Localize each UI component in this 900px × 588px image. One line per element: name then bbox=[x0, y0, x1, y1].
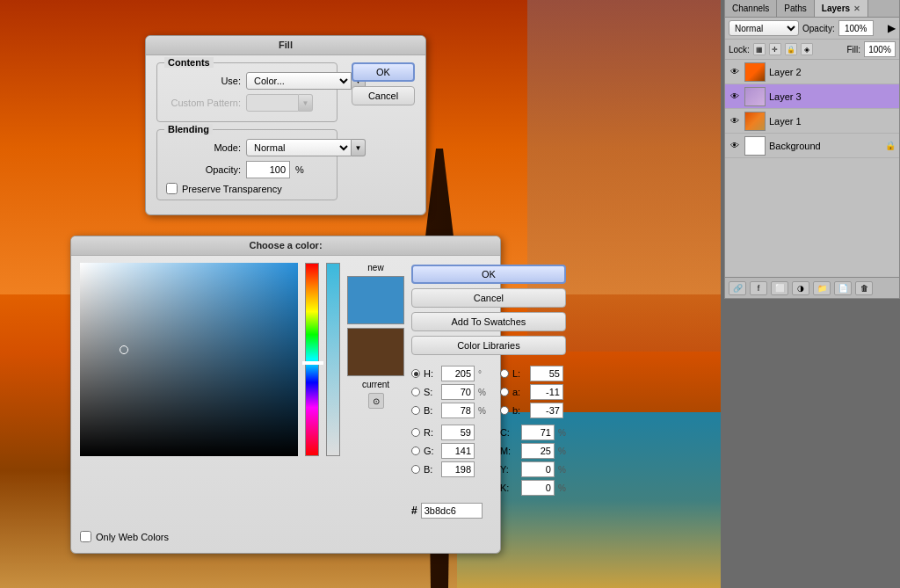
a-input[interactable] bbox=[530, 384, 563, 400]
m-row: M: % bbox=[500, 443, 566, 459]
hue-slider[interactable] bbox=[305, 263, 319, 456]
c-unit: % bbox=[558, 428, 566, 438]
group-button[interactable]: 📁 bbox=[813, 281, 831, 295]
r-radio[interactable] bbox=[411, 428, 420, 437]
hex-input[interactable] bbox=[421, 503, 483, 519]
alpha-slider[interactable] bbox=[326, 263, 340, 456]
layer-item-1[interactable]: 👁 Layer 1 bbox=[725, 109, 899, 134]
b-unit: % bbox=[478, 406, 486, 416]
visibility-icon[interactable]: 👁 bbox=[729, 140, 741, 152]
fill-dialog-buttons: OK Cancel bbox=[352, 62, 415, 105]
blend-mode-select[interactable]: Normal bbox=[729, 20, 799, 36]
hue-row: H: ° bbox=[411, 366, 486, 381]
b2-row: b: bbox=[500, 403, 566, 418]
h-label: H: bbox=[424, 368, 438, 379]
a-radio[interactable] bbox=[500, 388, 509, 396]
m-input[interactable] bbox=[521, 443, 555, 459]
layer-item-3[interactable]: 👁 Layer 3 bbox=[725, 84, 899, 109]
h-input[interactable] bbox=[441, 366, 475, 381]
eyedropper-icon[interactable]: ⊙ bbox=[368, 393, 384, 409]
l-input[interactable] bbox=[530, 366, 563, 381]
cancel-button[interactable]: Cancel bbox=[352, 86, 415, 105]
new-color-label: new bbox=[367, 263, 383, 272]
hex-row: # bbox=[411, 503, 566, 519]
new-layer-button[interactable]: 📄 bbox=[834, 281, 852, 295]
layer-item-2[interactable]: 👁 Layer 2 bbox=[725, 60, 899, 84]
opacity-label: Opacity: bbox=[802, 24, 835, 33]
fill-input[interactable] bbox=[864, 41, 896, 57]
lock-position-icon[interactable]: ✛ bbox=[769, 43, 781, 55]
adjustment-button[interactable]: ◑ bbox=[792, 281, 809, 295]
green-row: G: bbox=[411, 443, 486, 459]
fill-dialog-titlebar: Fill bbox=[146, 36, 425, 55]
lock-extra-icon[interactable]: ◈ bbox=[801, 43, 813, 55]
layer-name: Layer 1 bbox=[769, 116, 896, 127]
delete-layer-button[interactable]: 🗑 bbox=[855, 281, 873, 295]
l-radio[interactable] bbox=[500, 369, 509, 378]
k-input[interactable] bbox=[521, 480, 555, 496]
b2-radio[interactable] bbox=[500, 406, 509, 415]
opacity-input[interactable] bbox=[246, 161, 290, 178]
layer-thumbnail bbox=[744, 136, 766, 156]
rgb-b-label: B: bbox=[424, 464, 438, 475]
only-web-colors-checkbox[interactable] bbox=[80, 531, 91, 542]
close-icon[interactable]: ✕ bbox=[853, 4, 860, 13]
red-row: R: bbox=[411, 425, 486, 440]
k-label: K: bbox=[500, 483, 518, 493]
mode-select[interactable]: Normal bbox=[246, 139, 352, 156]
g-input[interactable] bbox=[441, 443, 475, 459]
b-input[interactable] bbox=[441, 403, 475, 418]
g-radio[interactable] bbox=[411, 446, 420, 455]
tab-paths[interactable]: Paths bbox=[777, 0, 815, 17]
b-label: B: bbox=[424, 405, 438, 416]
contents-legend: Contents bbox=[164, 57, 214, 68]
lock-all-icon[interactable]: 🔒 bbox=[785, 43, 797, 55]
panel-options-icon[interactable]: ▶ bbox=[888, 22, 896, 34]
c-input[interactable] bbox=[521, 425, 555, 440]
ok-button[interactable]: OK bbox=[352, 62, 415, 82]
k-unit: % bbox=[558, 483, 566, 493]
link-layers-button[interactable]: 🔗 bbox=[729, 281, 746, 295]
cp-ok-button[interactable]: OK bbox=[411, 265, 566, 284]
hue-radio[interactable] bbox=[411, 369, 420, 378]
panel-tabs: Channels Paths Layers ✕ bbox=[725, 0, 899, 18]
color-picker-right-panel: OK Cancel Add To Swatches Color Librarie… bbox=[411, 263, 566, 519]
blue-row: B: bbox=[411, 461, 486, 477]
lock-pixels-icon[interactable]: ▦ bbox=[753, 43, 766, 55]
tab-layers[interactable]: Layers ✕ bbox=[815, 0, 868, 17]
brightness-row: B: % bbox=[411, 403, 486, 418]
tab-channels[interactable]: Channels bbox=[725, 0, 777, 17]
opacity-unit: % bbox=[295, 164, 304, 175]
l-label: L: bbox=[512, 368, 526, 379]
y-row: Y: % bbox=[500, 461, 566, 477]
layer-name: Layer 3 bbox=[769, 91, 896, 102]
visibility-icon[interactable]: 👁 bbox=[729, 115, 741, 127]
rgb-b-input[interactable] bbox=[441, 461, 475, 477]
s-input[interactable] bbox=[441, 384, 475, 400]
layer-effects-button[interactable]: f bbox=[750, 281, 767, 295]
cp-cancel-button[interactable]: Cancel bbox=[411, 288, 566, 308]
custom-pattern-arrow: ▼ bbox=[299, 94, 313, 112]
visibility-icon[interactable]: 👁 bbox=[729, 91, 741, 103]
color-gradient-field[interactable] bbox=[80, 263, 298, 456]
s-radio[interactable] bbox=[411, 388, 420, 396]
color-picker-buttons: OK Cancel Add To Swatches Color Librarie… bbox=[411, 265, 566, 355]
only-web-colors-label: Only Web Colors bbox=[96, 532, 169, 542]
preserve-transparency-checkbox[interactable] bbox=[166, 183, 178, 194]
layers-panel: Channels Paths Layers ✕ Normal Opacity: … bbox=[724, 0, 900, 299]
use-select[interactable]: Color... bbox=[246, 72, 352, 90]
layer-item-background[interactable]: 👁 Background 🔒 bbox=[725, 134, 899, 158]
color-libraries-button[interactable]: Color Libraries bbox=[411, 336, 566, 355]
c-row: C: % bbox=[500, 425, 566, 440]
rgb-b-radio[interactable] bbox=[411, 465, 420, 474]
visibility-icon[interactable]: 👁 bbox=[729, 66, 741, 78]
add-to-swatches-button[interactable]: Add To Swatches bbox=[411, 312, 566, 331]
g-label: G: bbox=[424, 446, 438, 456]
mask-button[interactable]: ⬜ bbox=[771, 281, 788, 295]
y-input[interactable] bbox=[521, 461, 555, 477]
b-radio[interactable] bbox=[411, 406, 420, 415]
opacity-input[interactable] bbox=[838, 20, 874, 36]
b2-input[interactable] bbox=[530, 403, 563, 418]
mode-select-arrow[interactable]: ▼ bbox=[352, 139, 366, 156]
r-input[interactable] bbox=[441, 425, 475, 440]
